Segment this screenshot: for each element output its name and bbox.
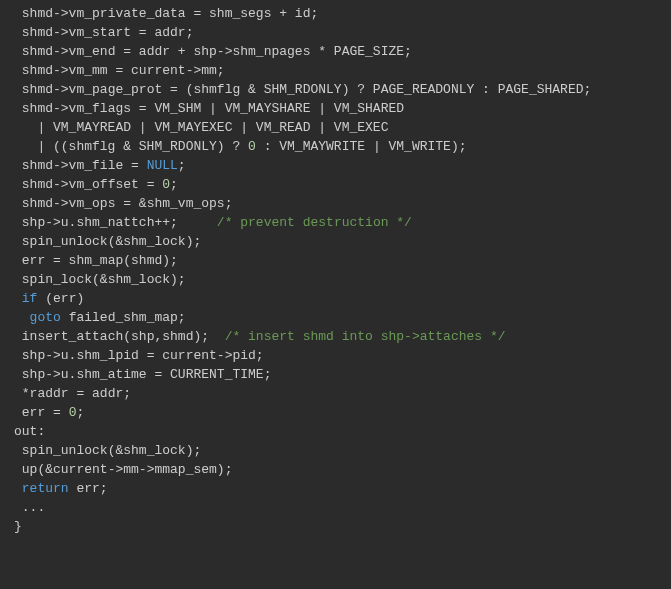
code-line: | ((shmflg & SHM_RDONLY) ? 0 : VM_MAYWRI… xyxy=(0,137,671,156)
code-token: ; xyxy=(76,405,84,420)
code-token: shmd->vm_ops = &shm_vm_ops; xyxy=(22,196,233,211)
code-editor: shmd->vm_private_data = shm_segs + id; s… xyxy=(0,0,671,540)
code-line: spin_lock(&shm_lock); xyxy=(0,270,671,289)
code-line: shmd->vm_mm = current->mm; xyxy=(0,61,671,80)
code-line: return err; xyxy=(0,479,671,498)
code-line: shmd->vm_page_prot = (shmflg & SHM_RDONL… xyxy=(0,80,671,99)
code-token: ; xyxy=(178,158,186,173)
code-token: shp->u.shm_atime = CURRENT_TIME; xyxy=(22,367,272,382)
code-token: shmd->vm_file = xyxy=(22,158,147,173)
code-token: if xyxy=(22,291,38,306)
code-token: goto xyxy=(30,310,61,325)
code-line: spin_unlock(&shm_lock); xyxy=(0,232,671,251)
code-token: shmd->vm_offset = xyxy=(22,177,162,192)
code-token: err; xyxy=(69,481,108,496)
code-line: } xyxy=(0,517,671,536)
code-token: shp->u.shm_lpid = current->pid; xyxy=(22,348,264,363)
code-token: spin_lock(&shm_lock); xyxy=(22,272,186,287)
code-token: out: xyxy=(14,424,45,439)
code-token: shp->u.shm_nattch++; xyxy=(22,215,217,230)
code-line: insert_attach(shp,shmd); /* insert shmd … xyxy=(0,327,671,346)
code-line: up(&current->mm->mmap_sem); xyxy=(0,460,671,479)
code-line: err = 0; xyxy=(0,403,671,422)
code-token: | VM_MAYREAD | VM_MAYEXEC | VM_READ | VM… xyxy=(37,120,388,135)
code-token: ; xyxy=(170,177,178,192)
code-line: *raddr = addr; xyxy=(0,384,671,403)
code-token: 0 xyxy=(162,177,170,192)
code-line: spin_unlock(&shm_lock); xyxy=(0,441,671,460)
code-line: out: xyxy=(0,422,671,441)
code-token: err = xyxy=(22,405,69,420)
code-line: shmd->vm_flags = VM_SHM | VM_MAYSHARE | … xyxy=(0,99,671,118)
code-token: /* insert shmd into shp->attaches */ xyxy=(225,329,506,344)
code-token: *raddr = addr; xyxy=(22,386,131,401)
code-token: return xyxy=(22,481,69,496)
code-token: insert_attach(shp,shmd); xyxy=(22,329,225,344)
code-token: (err) xyxy=(37,291,84,306)
code-token: shmd->vm_end = addr + shp->shm_npages * … xyxy=(22,44,412,59)
code-line: goto failed_shm_map; xyxy=(0,308,671,327)
code-token: } xyxy=(14,519,22,534)
code-line: shp->u.shm_lpid = current->pid; xyxy=(0,346,671,365)
code-token: shmd->vm_flags = VM_SHM | VM_MAYSHARE | … xyxy=(22,101,404,116)
code-token: failed_shm_map; xyxy=(61,310,186,325)
code-token: shmd->vm_page_prot = (shmflg & SHM_RDONL… xyxy=(22,82,592,97)
code-line: shmd->vm_file = NULL; xyxy=(0,156,671,175)
code-token: up(&current->mm->mmap_sem); xyxy=(22,462,233,477)
code-line: shmd->vm_start = addr; xyxy=(0,23,671,42)
code-token: shmd->vm_mm = current->mm; xyxy=(22,63,225,78)
code-token: /* prevent destruction */ xyxy=(217,215,412,230)
code-line: shp->u.shm_atime = CURRENT_TIME; xyxy=(0,365,671,384)
code-line: shp->u.shm_nattch++; /* prevent destruct… xyxy=(0,213,671,232)
code-token: err = shm_map(shmd); xyxy=(22,253,178,268)
code-line: shmd->vm_ops = &shm_vm_ops; xyxy=(0,194,671,213)
code-token: | ((shmflg & SHM_RDONLY) ? xyxy=(37,139,248,154)
code-line: shmd->vm_end = addr + shp->shm_npages * … xyxy=(0,42,671,61)
code-line: ... xyxy=(0,498,671,517)
code-token: : VM_MAYWRITE | VM_WRITE); xyxy=(256,139,467,154)
code-token: 0 xyxy=(248,139,256,154)
code-line: shmd->vm_private_data = shm_segs + id; xyxy=(0,4,671,23)
code-token: shmd->vm_start = addr; xyxy=(22,25,194,40)
code-line: | VM_MAYREAD | VM_MAYEXEC | VM_READ | VM… xyxy=(0,118,671,137)
code-token: ... xyxy=(22,500,45,515)
code-token: spin_unlock(&shm_lock); xyxy=(22,443,201,458)
code-line: err = shm_map(shmd); xyxy=(0,251,671,270)
code-token: NULL xyxy=(147,158,178,173)
code-line: shmd->vm_offset = 0; xyxy=(0,175,671,194)
code-token: shmd->vm_private_data = shm_segs + id; xyxy=(22,6,318,21)
code-token: spin_unlock(&shm_lock); xyxy=(22,234,201,249)
code-line: if (err) xyxy=(0,289,671,308)
